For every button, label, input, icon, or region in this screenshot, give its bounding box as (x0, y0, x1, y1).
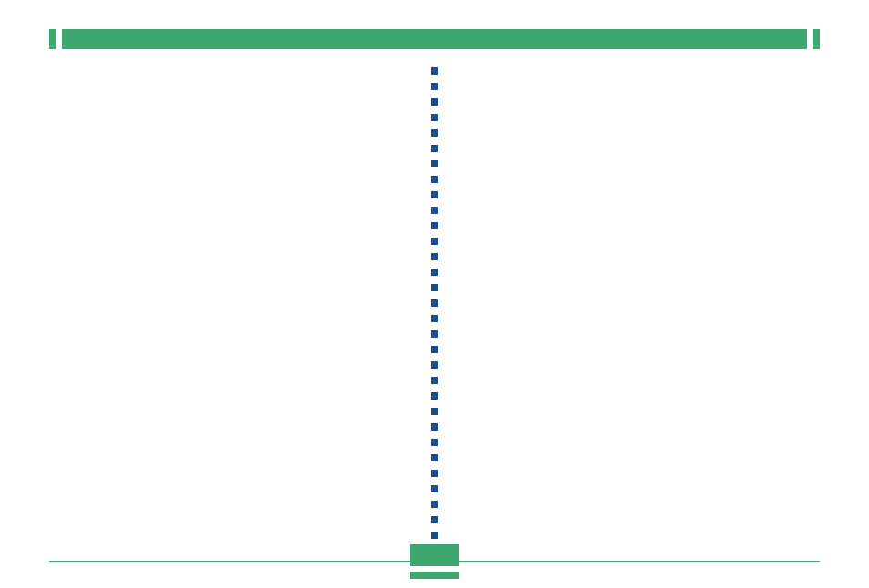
vertical-dotted-divider (431, 67, 438, 548)
top-bar-right-cap (813, 29, 820, 49)
top-decorative-bar (49, 29, 820, 49)
bottom-page-block (410, 544, 459, 566)
top-bar-main (62, 29, 807, 49)
top-bar-left-cap (49, 29, 56, 49)
bottom-page-block-under (410, 572, 459, 579)
